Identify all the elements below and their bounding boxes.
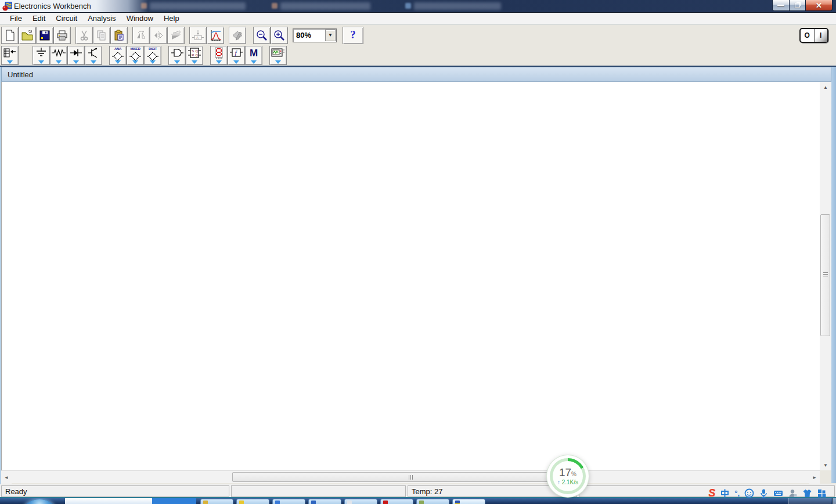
- horizontal-scrollbar-thumb[interactable]: [232, 472, 588, 482]
- taskbar-button[interactable]: [200, 499, 233, 504]
- emoji-face-icon[interactable]: [744, 488, 754, 498]
- menu-edit[interactable]: Edit: [27, 13, 51, 24]
- upload-arrow-icon: ↑: [557, 479, 560, 485]
- bin-transistors[interactable]: [85, 46, 102, 65]
- scroll-up-icon: ▲: [823, 85, 828, 90]
- zoom-out-icon: [255, 29, 268, 42]
- taskbar-button[interactable]: [236, 499, 269, 504]
- flipflop-letter-q2: Q: [196, 53, 199, 57]
- flipflop-letter-s: S: [192, 49, 194, 53]
- menu-analysis[interactable]: Analysis: [82, 13, 121, 24]
- taskbar-button[interactable]: [308, 499, 341, 504]
- upload-speed: ↑ 2.1K/s: [557, 479, 578, 485]
- quick-launch-highlight[interactable]: [152, 498, 196, 504]
- show-desktop-button[interactable]: [832, 498, 836, 504]
- menu-help[interactable]: Help: [158, 13, 185, 24]
- account-person-icon[interactable]: [788, 488, 798, 498]
- taskbar-button[interactable]: [416, 499, 449, 504]
- flip-vertical-button[interactable]: [167, 27, 185, 44]
- bin-digital-ics[interactable]: DIGIT: [144, 46, 161, 65]
- bin-logic-gates[interactable]: [168, 46, 186, 65]
- background-window-blur: [414, 2, 501, 10]
- zoom-level-select[interactable]: 80% ▼: [293, 28, 337, 42]
- cut-button[interactable]: [75, 27, 93, 44]
- taskbar-button[interactable]: [344, 499, 377, 504]
- create-subcircuit-button[interactable]: A: [189, 27, 207, 44]
- bin-miscellaneous[interactable]: M: [245, 46, 262, 65]
- taskbar-clock-area[interactable]: [788, 498, 831, 504]
- zoom-level-value: 80%: [293, 31, 325, 39]
- power-on-label[interactable]: I: [814, 29, 828, 42]
- sogou-ime-toolbar[interactable]: S °,: [708, 487, 827, 499]
- svg-text:A: A: [196, 36, 199, 39]
- bin-digital[interactable]: SQRQ: [186, 46, 203, 65]
- new-file-icon: [3, 29, 16, 42]
- punctuation-mode-icon[interactable]: °,: [734, 489, 740, 497]
- sogou-logo-icon[interactable]: S: [708, 488, 715, 498]
- scroll-down-button[interactable]: ▼: [820, 460, 831, 470]
- component-properties-button[interactable]: [229, 27, 246, 44]
- horizontal-scrollbar[interactable]: ◄ ►: [1, 470, 820, 483]
- chinese-mode-icon[interactable]: [720, 488, 730, 498]
- bin-analog-ics[interactable]: ANA: [109, 46, 127, 65]
- vertical-scrollbar[interactable]: ▲ ▼: [820, 82, 831, 470]
- soft-keyboard-icon[interactable]: [773, 488, 783, 498]
- quick-launch-area[interactable]: [65, 498, 152, 504]
- taskbar-button-active[interactable]: [452, 499, 485, 504]
- menu-circuit[interactable]: Circuit: [51, 13, 82, 24]
- analysis-graph-icon: [209, 29, 222, 42]
- bin-expand-arrow: [275, 60, 281, 64]
- help-button[interactable]: ?: [343, 27, 363, 44]
- menu-file[interactable]: File: [5, 13, 27, 24]
- zoom-out-button[interactable]: [253, 27, 271, 44]
- copy-button[interactable]: [93, 27, 110, 44]
- display-graphs-button[interactable]: [207, 27, 224, 44]
- properties-pencil-icon: [231, 29, 244, 42]
- bin-sources[interactable]: [33, 46, 50, 65]
- scroll-up-button[interactable]: ▲: [820, 82, 831, 92]
- taskbar-button[interactable]: [380, 499, 413, 504]
- power-off-label[interactable]: O: [801, 29, 814, 42]
- print-button[interactable]: [53, 27, 71, 44]
- new-file-button[interactable]: [1, 27, 19, 44]
- zoom-dropdown-arrow[interactable]: ▼: [325, 30, 336, 41]
- zoom-in-button[interactable]: [271, 27, 288, 44]
- bin-instruments[interactable]: [269, 46, 287, 65]
- scroll-right-icon: ►: [812, 475, 817, 480]
- microphone-icon[interactable]: [759, 488, 769, 498]
- bin-basic[interactable]: [50, 46, 67, 65]
- bin-controls[interactable]: f: [228, 46, 245, 65]
- digital-ic-label: DIGIT: [145, 47, 161, 51]
- background-window-blur: [280, 2, 370, 10]
- bin-favorites[interactable]: [1, 46, 19, 65]
- progress-ring: 17% ↑ 2.1K/s: [550, 458, 586, 494]
- taskbar-app-icon: [347, 501, 352, 504]
- paste-button[interactable]: [110, 27, 128, 44]
- flip-horizontal-button[interactable]: [150, 27, 167, 44]
- download-progress-widget[interactable]: 17% ↑ 2.1K/s: [547, 455, 589, 497]
- bin-mixed-ics[interactable]: MIXED: [127, 46, 144, 65]
- close-button[interactable]: ✕: [806, 0, 833, 11]
- open-file-button[interactable]: [19, 27, 36, 44]
- start-button[interactable]: [24, 499, 55, 504]
- bin-expand-arrow: [251, 60, 257, 64]
- circuit-canvas[interactable]: [1, 82, 820, 470]
- taskbar[interactable]: [0, 498, 836, 504]
- bin-indicators[interactable]: [210, 46, 228, 65]
- analog-ic-label: ANA: [110, 47, 126, 51]
- minimize-button[interactable]: [772, 0, 790, 11]
- bin-diodes[interactable]: [67, 46, 85, 65]
- toolbox-grid-icon[interactable]: [817, 488, 827, 498]
- vertical-scrollbar-thumb[interactable]: [820, 214, 830, 336]
- menu-window[interactable]: Window: [121, 13, 158, 24]
- save-button[interactable]: [36, 27, 53, 44]
- rotate-icon: [135, 29, 147, 42]
- scroll-left-button[interactable]: ◄: [1, 471, 12, 484]
- restore-button[interactable]: [790, 0, 806, 11]
- rotate-button[interactable]: [132, 27, 150, 44]
- simulation-power-switch[interactable]: O I: [799, 28, 828, 43]
- scroll-right-button[interactable]: ►: [809, 471, 820, 484]
- taskbar-button[interactable]: [272, 499, 305, 504]
- skin-shirt-icon[interactable]: [802, 488, 812, 498]
- document-titlebar[interactable]: Untitled: [1, 67, 831, 82]
